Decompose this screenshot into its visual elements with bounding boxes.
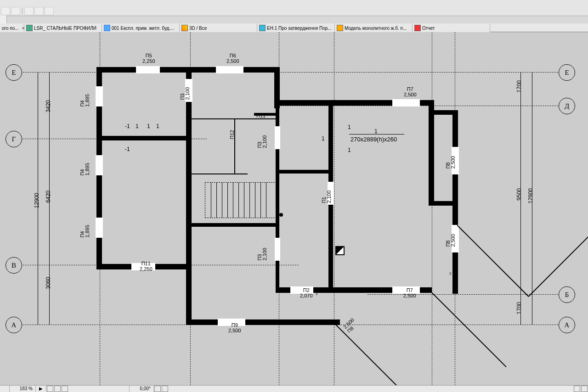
opening bbox=[275, 238, 280, 261]
tab-5[interactable]: Модель монолитного ж.б. п... bbox=[335, 23, 413, 32]
lintel-label: 2,500П8 bbox=[342, 317, 359, 334]
tab-3[interactable]: 3D / Все bbox=[180, 23, 257, 32]
lintel-label: П112,250 bbox=[140, 261, 153, 272]
opening bbox=[275, 126, 280, 149]
tab-0[interactable]: ого по...× bbox=[0, 23, 24, 32]
dim-text: 3420 bbox=[45, 100, 51, 112]
section-mark: 1 bbox=[147, 123, 150, 129]
tab-1[interactable]: LSR_ СТАЛЬНЫЕ ПРОФИЛИ bbox=[24, 23, 102, 32]
zoom-in-icon[interactable] bbox=[54, 386, 61, 392]
tab-label: 3D / Все bbox=[189, 26, 207, 31]
lintel-label: П72,500 bbox=[403, 287, 416, 298]
section-mark: 1 bbox=[156, 123, 159, 129]
status-bar: 183 % ▶ 0,00° bbox=[0, 385, 588, 392]
axis-line-d bbox=[276, 106, 565, 106]
wall-thin bbox=[234, 118, 235, 174]
section-mark: 1 bbox=[348, 124, 351, 130]
tab-2[interactable]: 001 Експл. прим. житл. буд.... bbox=[102, 23, 180, 32]
section-mark: -1 bbox=[125, 146, 130, 152]
hatch-icon bbox=[335, 246, 345, 255]
3d-icon bbox=[181, 25, 188, 31]
wall-diag bbox=[457, 225, 529, 297]
wall-thin bbox=[192, 174, 248, 174]
lintel-label: П12 bbox=[230, 130, 235, 139]
axis-bubble-Г: Г bbox=[6, 131, 22, 147]
status-icon[interactable] bbox=[574, 386, 580, 392]
wall bbox=[429, 100, 434, 206]
zoom-value[interactable]: 183 % bbox=[10, 386, 36, 392]
tab-6[interactable]: Отчет bbox=[413, 23, 490, 32]
wall bbox=[429, 201, 456, 206]
tool-icon[interactable] bbox=[45, 7, 54, 15]
axis-bubble-Е: Е bbox=[6, 64, 22, 81]
lintel-label: П32,100 bbox=[180, 87, 190, 100]
lintel-label: П41,895 bbox=[80, 163, 90, 176]
opening bbox=[136, 66, 160, 73]
lintel-label: П82,500 bbox=[446, 156, 456, 169]
stair-dot-icon bbox=[279, 213, 283, 217]
status-cell bbox=[0, 386, 10, 392]
tab-4[interactable]: ЕН.1 Про затвердження Пор... bbox=[257, 23, 335, 32]
marker-x: x bbox=[316, 291, 318, 296]
tab-label: ЕН.1 Про затвердження Пор... bbox=[267, 26, 332, 31]
tool-icon[interactable] bbox=[24, 7, 34, 15]
library-icon bbox=[26, 25, 33, 31]
wall bbox=[186, 67, 192, 324]
zoom-out-icon[interactable] bbox=[62, 386, 68, 392]
floor-plan: ЕГВА ЕДБА -1 1 1 1 -1 1 1 1 1 270x2889(h… bbox=[0, 32, 588, 386]
grid-v4 bbox=[334, 32, 334, 386]
axis-line-b bbox=[368, 294, 565, 295]
lintel-label: П12,100 bbox=[322, 190, 332, 203]
tab-label: LSR_ СТАЛЬНЫЕ ПРОФИЛИ bbox=[34, 26, 96, 31]
dim-text: 12900 bbox=[34, 193, 40, 208]
tool-icon[interactable] bbox=[11, 7, 20, 15]
opening bbox=[96, 155, 103, 175]
axis-bubble-В: В bbox=[6, 257, 22, 274]
opening bbox=[392, 99, 420, 106]
opening-dims: 270x2889(h)x260 bbox=[351, 136, 397, 143]
snap-icon[interactable] bbox=[154, 386, 161, 392]
section-mark: -1 bbox=[125, 123, 130, 129]
report-icon bbox=[414, 25, 421, 31]
document-tabs: ого по...× LSR_ СТАЛЬНЫЕ ПРОФИЛИ 001 Екс… bbox=[0, 23, 588, 32]
section-mark: 1 bbox=[348, 147, 351, 153]
marker-x: x bbox=[449, 271, 452, 276]
axis-bubble-Е: Е bbox=[559, 64, 575, 81]
lintel-label: П62,500 bbox=[226, 53, 239, 64]
section-mark: 1 bbox=[374, 128, 378, 134]
section-mark: 1 bbox=[322, 135, 325, 142]
dim-text: 6420 bbox=[45, 190, 51, 203]
wall-diag bbox=[528, 218, 588, 297]
opening bbox=[96, 86, 103, 106]
axis-bubble-А: А bbox=[559, 317, 575, 333]
section-mark: 1 bbox=[136, 123, 139, 129]
side-toolbar bbox=[0, 16, 7, 23]
axis-bubble-А: А bbox=[6, 317, 22, 333]
opening bbox=[216, 66, 243, 73]
wall bbox=[276, 170, 331, 174]
tool-icon[interactable] bbox=[34, 7, 44, 15]
dim-text: 3060 bbox=[45, 277, 51, 289]
separator-icon bbox=[22, 8, 23, 14]
plan-icon bbox=[104, 25, 110, 31]
axis-bubble-Д: Д bbox=[559, 98, 575, 114]
leader-line bbox=[349, 134, 404, 134]
zoom-menu[interactable]: ▶ bbox=[36, 386, 46, 392]
wall bbox=[186, 319, 340, 325]
tab-label: Отчет bbox=[422, 26, 435, 31]
lintel-label: П82,500 bbox=[446, 234, 456, 247]
lintel-label: П52,250 bbox=[142, 53, 155, 64]
dim-text: 1700 bbox=[516, 80, 522, 93]
model-icon bbox=[337, 25, 343, 31]
status-icon[interactable] bbox=[581, 386, 588, 392]
zoom-extent-icon[interactable] bbox=[47, 386, 53, 392]
angle-value: 0,00° bbox=[130, 386, 154, 392]
tab-label: ого по... bbox=[2, 26, 19, 31]
drawing-canvas[interactable]: ЕГВА ЕДБА -1 1 1 1 -1 1 1 1 1 270x2889(h… bbox=[0, 32, 588, 386]
tool-icon[interactable] bbox=[1, 7, 10, 15]
dim-text: 1700 bbox=[516, 302, 522, 314]
lintel-label: П11 bbox=[256, 113, 266, 118]
grid-icon[interactable] bbox=[162, 386, 168, 392]
dim-text: 12900 bbox=[527, 188, 534, 203]
wall-diag bbox=[431, 292, 507, 367]
